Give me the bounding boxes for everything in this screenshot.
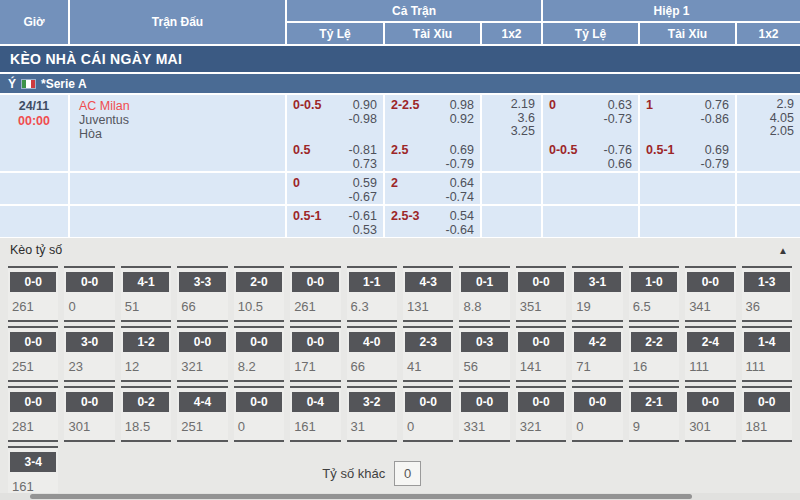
score-label[interactable]: 1-3: [744, 272, 790, 292]
match-teams-cell[interactable]: AC Milan Juventus Hòa: [70, 95, 285, 141]
score-bet-cell[interactable]: 0-0351: [516, 266, 566, 322]
score-bet-cell[interactable]: 1-16.3: [347, 266, 397, 322]
score-bet-cell[interactable]: 4-066: [347, 326, 397, 382]
score-bet-cell[interactable]: 3-023: [64, 326, 114, 382]
odds-value[interactable]: 3.25: [511, 125, 535, 139]
score-bet-cell[interactable]: 4-4251: [177, 386, 227, 442]
odds-value[interactable]: 0.66: [608, 157, 632, 171]
score-bet-cell[interactable]: 4-151: [121, 266, 171, 322]
odds-value[interactable]: 0.53: [353, 223, 377, 237]
ft-handicap-cell[interactable]: 0.5-1 -0.61 0.53: [287, 206, 383, 237]
score-label[interactable]: 3-3: [179, 272, 225, 292]
score-label[interactable]: 0-0: [10, 392, 56, 412]
ft-handicap-cell[interactable]: 0 0.59 -0.67: [287, 173, 383, 204]
away-team[interactable]: Juventus: [79, 113, 285, 127]
odds-value[interactable]: 0.90: [353, 98, 377, 112]
score-label[interactable]: 0-0: [179, 332, 225, 352]
score-label[interactable]: 0-0: [574, 392, 620, 412]
score-label[interactable]: 0-0: [292, 272, 338, 292]
score-label[interactable]: 3-0: [66, 332, 112, 352]
odds-value[interactable]: -0.74: [446, 190, 475, 204]
odds-value[interactable]: 0.64: [450, 176, 474, 190]
score-bet-cell[interactable]: 3-119: [572, 266, 622, 322]
score-bet-cell[interactable]: 2-216: [629, 326, 679, 382]
odds-value[interactable]: -0.64: [446, 223, 475, 237]
score-label[interactable]: 3-4: [10, 452, 56, 472]
horizontal-scrollbar[interactable]: [0, 493, 800, 500]
h1-over-under-cell[interactable]: 1 0.76 -0.86: [640, 95, 735, 141]
score-bet-cell[interactable]: 2-341: [403, 326, 453, 382]
score-bet-cell[interactable]: 3-4 161: [8, 446, 58, 500]
collapse-arrow-icon[interactable]: ▲: [778, 245, 788, 256]
h1-handicap-cell[interactable]: 0 0.63 -0.73: [543, 95, 638, 141]
score-label[interactable]: 0-1: [461, 272, 507, 292]
score-bet-cell[interactable]: 0-0251: [8, 326, 58, 382]
score-label[interactable]: 2-4: [687, 332, 733, 352]
score-label[interactable]: 2-2: [631, 332, 677, 352]
ft-handicap-cell[interactable]: 0-0.5 0.90 -0.98: [287, 95, 383, 141]
score-bet-cell[interactable]: 0-218.5: [121, 386, 171, 442]
odds-value[interactable]: 0.76: [705, 98, 729, 112]
ft-over-under-cell[interactable]: 2-2.5 0.98 0.92: [385, 95, 480, 141]
score-bet-cell[interactable]: 1-06.5: [629, 266, 679, 322]
odds-value[interactable]: -0.98: [349, 112, 378, 126]
score-bet-cell[interactable]: 0-0321: [516, 386, 566, 442]
odds-value[interactable]: 0.69: [705, 143, 729, 157]
score-bet-cell[interactable]: 2-4111: [685, 326, 735, 382]
score-bet-cell[interactable]: 0-0171: [290, 326, 340, 382]
score-bet-cell[interactable]: 1-336: [742, 266, 792, 322]
score-bet-cell[interactable]: 0-0341: [685, 266, 735, 322]
score-bet-cell[interactable]: 0-0331: [459, 386, 509, 442]
odds-value[interactable]: -0.76: [604, 143, 633, 157]
score-bet-cell[interactable]: 1-4111: [742, 326, 792, 382]
odds-value[interactable]: 3.6: [518, 112, 535, 126]
score-bet-cell[interactable]: 0-18.8: [459, 266, 509, 322]
odds-value[interactable]: 4.05: [770, 112, 794, 126]
score-label[interactable]: 4-0: [349, 332, 395, 352]
odds-value[interactable]: -0.61: [349, 209, 378, 223]
other-score-box[interactable]: 0: [394, 461, 421, 486]
odds-value[interactable]: -0.79: [446, 157, 475, 171]
scrollbar-thumb[interactable]: [30, 494, 692, 499]
odds-value[interactable]: 0.69: [450, 143, 474, 157]
score-label[interactable]: 0-0: [461, 392, 507, 412]
odds-value[interactable]: -0.67: [349, 190, 378, 204]
league-bar[interactable]: Ý *Serie A: [0, 74, 800, 93]
ft-over-under-cell[interactable]: 2.5 0.69 -0.79: [385, 140, 480, 171]
score-label[interactable]: 0-2: [123, 392, 169, 412]
score-bet-cell[interactable]: 0-0281: [8, 386, 58, 442]
ft-handicap-cell[interactable]: 0.5 -0.81 0.73: [287, 140, 383, 171]
score-label[interactable]: 1-2: [123, 332, 169, 352]
score-bet-cell[interactable]: 0-00: [64, 266, 114, 322]
score-label[interactable]: 4-1: [123, 272, 169, 292]
score-label[interactable]: 4-2: [574, 332, 620, 352]
h1-over-under-cell[interactable]: 0.5-1 0.69 -0.79: [640, 140, 735, 171]
score-label[interactable]: 0-0: [687, 272, 733, 292]
score-bet-cell[interactable]: 0-00: [403, 386, 453, 442]
score-label[interactable]: 0-0: [236, 392, 282, 412]
score-bet-cell[interactable]: 4-3131: [403, 266, 453, 322]
score-label[interactable]: 0-0: [236, 332, 282, 352]
score-label[interactable]: 2-3: [405, 332, 451, 352]
home-team[interactable]: AC Milan: [79, 99, 285, 113]
ft-over-under-cell[interactable]: 2.5-3 0.54 -0.64: [385, 206, 480, 237]
score-label[interactable]: 0-0: [687, 392, 733, 412]
score-label[interactable]: 1-1: [349, 272, 395, 292]
score-label[interactable]: 4-3: [405, 272, 451, 292]
score-bet-cell[interactable]: 3-366: [177, 266, 227, 322]
odds-value[interactable]: 0.59: [353, 176, 377, 190]
odds-value[interactable]: 2.9: [777, 98, 794, 112]
score-label[interactable]: 3-2: [349, 392, 395, 412]
score-label[interactable]: 0-3: [461, 332, 507, 352]
score-bet-cell[interactable]: 2-010.5: [234, 266, 284, 322]
score-bet-cell[interactable]: 4-271: [572, 326, 622, 382]
score-label[interactable]: 0-0: [292, 332, 338, 352]
score-bet-cell[interactable]: 0-0301: [64, 386, 114, 442]
odds-value[interactable]: -0.73: [604, 112, 633, 126]
score-bet-cell[interactable]: 0-0141: [516, 326, 566, 382]
odds-value[interactable]: 2.05: [770, 125, 794, 139]
score-label[interactable]: 0-0: [66, 272, 112, 292]
score-label[interactable]: 2-1: [631, 392, 677, 412]
score-label[interactable]: 0-0: [518, 392, 564, 412]
score-bet-cell[interactable]: 0-0181: [742, 386, 792, 442]
